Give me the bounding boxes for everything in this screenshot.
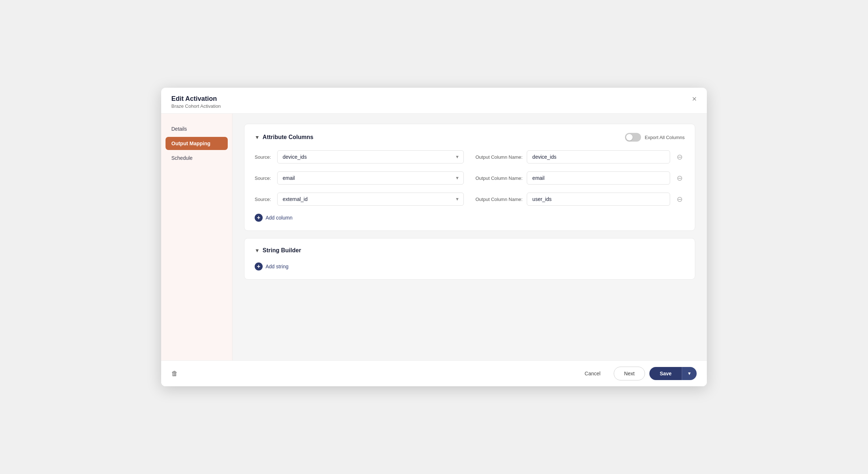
string-builder-header: ▼ String Builder [255, 247, 685, 254]
string-builder-title: String Builder [263, 247, 301, 254]
main-content: ▼ Attribute Columns Export All Columns S… [232, 114, 707, 360]
source-select-2[interactable]: email [277, 171, 464, 185]
add-string-icon: + [255, 262, 263, 270]
output-group-1: Output Column Name: ⊖ [475, 150, 685, 163]
footer-right: Cancel Next Save ▼ [576, 367, 697, 380]
attribute-columns-title-row: ▼ Attribute Columns [255, 134, 313, 141]
save-dropdown-button[interactable]: ▼ [682, 367, 697, 380]
output-input-3[interactable] [527, 193, 670, 206]
add-column-row[interactable]: + Add column [255, 214, 685, 222]
delete-button[interactable]: 🗑 [171, 370, 178, 378]
source-label-1: Source: [255, 154, 273, 160]
close-button[interactable]: × [692, 94, 697, 104]
source-group-1: Source: device_ids ▼ [255, 150, 464, 163]
sidebar-item-details[interactable]: Details [166, 122, 228, 135]
add-string-row[interactable]: + Add string [255, 262, 685, 270]
modal-body: Details Output Mapping Schedule ▼ Attrib… [161, 114, 707, 360]
source-select-1[interactable]: device_ids [277, 150, 464, 163]
add-string-label: Add string [266, 264, 288, 269]
source-label-3: Source: [255, 197, 273, 202]
sidebar-item-output-mapping[interactable]: Output Mapping [166, 137, 228, 150]
attribute-columns-card: ▼ Attribute Columns Export All Columns S… [244, 124, 695, 231]
sidebar-item-schedule[interactable]: Schedule [166, 151, 228, 165]
output-label-3: Output Column Name: [475, 197, 522, 202]
modal-subtitle: Braze Cohort Activation [171, 103, 221, 109]
add-column-label: Add column [266, 215, 292, 221]
export-all-row: Export All Columns [625, 133, 685, 142]
footer-left: 🗑 [171, 370, 178, 378]
cancel-button[interactable]: Cancel [576, 367, 609, 380]
attribute-columns-title: Attribute Columns [263, 134, 314, 141]
modal-header: Edit Activation Braze Cohort Activation … [161, 88, 707, 114]
source-select-wrapper-2: email ▼ [277, 171, 464, 185]
output-input-1[interactable] [527, 150, 670, 163]
output-input-2[interactable] [527, 171, 670, 185]
save-button[interactable]: Save [649, 367, 682, 380]
source-select-wrapper-3: external_id ▼ [277, 193, 464, 206]
source-select-wrapper-1: device_ids ▼ [277, 150, 464, 163]
output-group-3: Output Column Name: ⊖ [475, 193, 685, 206]
modal-title-block: Edit Activation Braze Cohort Activation [171, 95, 221, 109]
mapping-row-1: Source: device_ids ▼ Output Column Name:… [255, 150, 685, 163]
string-builder-card: ▼ String Builder + Add string [244, 238, 695, 280]
export-all-toggle[interactable] [625, 133, 641, 142]
string-builder-chevron-icon: ▼ [255, 248, 260, 253]
source-group-3: Source: external_id ▼ [255, 193, 464, 206]
edit-activation-modal: Edit Activation Braze Cohort Activation … [161, 88, 707, 386]
mapping-row-2: Source: email ▼ Output Column Name: ⊖ [255, 171, 685, 185]
export-all-label: Export All Columns [645, 135, 685, 140]
source-select-3[interactable]: external_id [277, 193, 464, 206]
mapping-row-3: Source: external_id ▼ Output Column Name… [255, 193, 685, 206]
output-label-1: Output Column Name: [475, 154, 522, 160]
string-builder-title-row: ▼ String Builder [255, 247, 301, 254]
attribute-columns-header: ▼ Attribute Columns Export All Columns [255, 133, 685, 142]
remove-button-2[interactable]: ⊖ [674, 173, 685, 183]
save-group: Save ▼ [649, 367, 697, 380]
remove-button-1[interactable]: ⊖ [674, 152, 685, 162]
sidebar: Details Output Mapping Schedule [161, 114, 232, 360]
modal-footer: 🗑 Cancel Next Save ▼ [161, 360, 707, 386]
output-label-2: Output Column Name: [475, 175, 522, 181]
add-column-icon: + [255, 214, 263, 222]
source-group-2: Source: email ▼ [255, 171, 464, 185]
output-group-2: Output Column Name: ⊖ [475, 171, 685, 185]
chevron-down-icon: ▼ [255, 134, 260, 140]
remove-button-3[interactable]: ⊖ [674, 194, 685, 204]
source-label-2: Source: [255, 175, 273, 181]
next-button[interactable]: Next [614, 367, 645, 380]
modal-title: Edit Activation [171, 95, 221, 103]
